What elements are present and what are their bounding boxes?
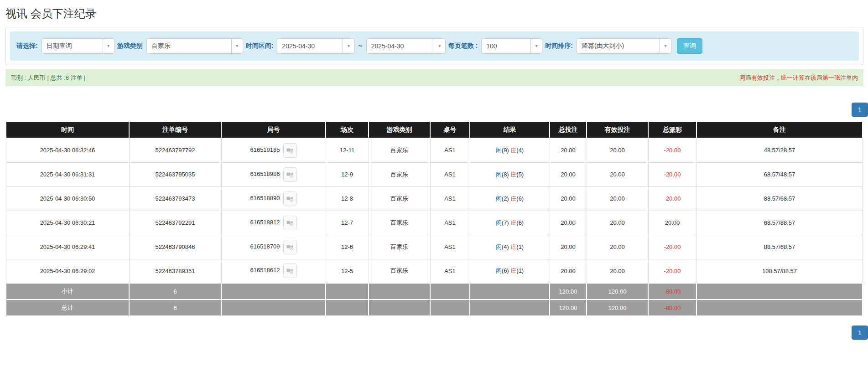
result-banker: 庄 (510, 243, 516, 250)
remark-cell: 88.57/68.57 (696, 235, 863, 259)
subtotal-row: 小计 6 120.00 120.00 -80.00 (6, 283, 863, 300)
valid-bet-cell: 20.00 (587, 211, 648, 235)
table-no-cell: AS1 (430, 186, 470, 211)
table-row: 2025-04-30 06:29:02 522463789351 6165186… (6, 259, 863, 283)
result-player: 闲 (496, 219, 502, 226)
empty-cell (470, 300, 550, 316)
total-count: 6 (129, 300, 221, 316)
subtotal-label: 小计 (6, 283, 129, 300)
date-range-label: 时间区间: (246, 42, 274, 50)
video-replay-button[interactable] (283, 167, 297, 182)
round-no-cell: 616519185 (221, 138, 326, 162)
game-type-cell: 百家乐 (369, 235, 430, 259)
col-header-result: 结果 (470, 121, 550, 138)
subtotal-payout: -80.00 (648, 283, 696, 300)
table-row: 2025-04-30 06:32:46 522463797792 6165191… (6, 138, 863, 162)
table-no-cell: AS1 (430, 138, 470, 162)
total-bet-cell[interactable]: 20.00 (550, 259, 587, 283)
query-type-select[interactable]: 日期查询 ▼ (42, 38, 114, 54)
total-label: 总计 (6, 300, 129, 316)
table-row: 2025-04-30 06:30:50 522463793473 6165188… (6, 186, 863, 211)
empty-cell (430, 300, 470, 316)
game-type-label: 游戏类别 (117, 42, 143, 50)
bet-no-cell: 522463790846 (129, 235, 221, 259)
payout-cell: -20.00 (648, 259, 696, 283)
remark-cell: 108.57/88.57 (696, 259, 863, 283)
empty-cell (369, 300, 430, 316)
empty-cell (326, 300, 369, 316)
table-no-cell: AS1 (430, 235, 470, 259)
payout-cell: -20.00 (648, 186, 696, 211)
chevron-down-icon: ▼ (231, 39, 243, 53)
table-row: 2025-04-30 06:29:41 522463790846 6165187… (6, 235, 863, 259)
empty-cell (221, 283, 326, 300)
time-sort-select[interactable]: 降冪(由大到小) ▼ (577, 38, 671, 54)
time-cell: 2025-04-30 06:30:50 (6, 186, 129, 211)
chevron-down-icon: ▼ (103, 39, 114, 53)
result-player: 闲 (496, 243, 502, 250)
total-bet-cell[interactable]: 20.00 (550, 235, 587, 259)
date-to-select[interactable]: 2025-04-30 ▼ (366, 38, 446, 54)
payout-cell: -20.00 (648, 162, 696, 186)
col-header-round-no: 局号 (221, 121, 326, 138)
video-replay-button[interactable] (283, 191, 297, 206)
result-banker: 庄 (510, 219, 516, 226)
page-title: 视讯 会员下注纪录 (5, 0, 863, 21)
filter-panel: 请选择: 日期查询 ▼ 游戏类别 百家乐 ▼ 时间区间: 2025-04-30 … (5, 27, 863, 65)
currency-total-text: 币别 : 人民币 | 总共 :6 注单 | (11, 74, 86, 82)
empty-cell (696, 300, 863, 316)
result-player: 闲 (496, 147, 502, 154)
page-size-select[interactable]: 100 ▼ (481, 38, 542, 54)
page-1-button[interactable]: 1 (852, 326, 868, 340)
game-type-select[interactable]: 百家乐 ▼ (146, 38, 243, 54)
result-banker: 庄 (510, 147, 516, 154)
date-range-tilde: ~ (358, 42, 362, 50)
video-replay-button[interactable] (283, 143, 297, 158)
col-header-payout: 总派彩 (648, 121, 696, 138)
date-from-select[interactable]: 2025-04-30 ▼ (277, 38, 354, 54)
total-bet-cell[interactable]: 20.00 (550, 138, 587, 162)
total-total-bet: 120.00 (550, 300, 587, 316)
total-valid-bet: 120.00 (587, 300, 648, 316)
valid-bet-cell: 20.00 (587, 259, 648, 283)
session-cell: 12-6 (326, 235, 369, 259)
pagination-top: 1 (5, 103, 863, 117)
chevron-down-icon: ▼ (660, 39, 671, 53)
total-bet-cell[interactable]: 20.00 (550, 186, 587, 211)
game-type-cell: 百家乐 (369, 138, 430, 162)
empty-cell (326, 283, 369, 300)
total-bet-cell[interactable]: 20.00 (550, 162, 587, 186)
col-header-valid-bet: 有效投注 (587, 121, 648, 138)
video-replay-button[interactable] (283, 240, 297, 254)
time-cell: 2025-04-30 06:30:21 (6, 211, 129, 235)
game-type-cell: 百家乐 (369, 211, 430, 235)
valid-bet-cell: 20.00 (587, 186, 648, 211)
result-cell: 闲(9) 庄(4) (470, 138, 550, 162)
select-type-label: 请选择: (16, 42, 38, 50)
col-header-total-bet: 总投注 (550, 121, 587, 138)
page-1-button[interactable]: 1 (852, 103, 868, 117)
valid-bet-cell: 20.00 (587, 162, 648, 186)
chevron-down-icon: ▼ (530, 39, 542, 53)
result-player: 闲 (496, 171, 502, 178)
col-header-session: 场次 (326, 121, 369, 138)
col-header-bet-no: 注单编号 (129, 121, 221, 138)
time-cell: 2025-04-30 06:32:46 (6, 138, 129, 162)
bet-no-cell: 522463793473 (129, 186, 221, 211)
subtotal-count: 6 (129, 283, 221, 300)
pagination-bottom: 1 (5, 326, 863, 340)
table-row: 2025-04-30 06:30:21 522463792291 6165188… (6, 211, 863, 235)
video-replay-button[interactable] (283, 264, 297, 278)
time-cell: 2025-04-30 06:29:41 (6, 235, 129, 259)
result-cell: 闲(4) 庄(1) (470, 235, 550, 259)
total-bet-cell[interactable]: 20.00 (550, 211, 587, 235)
table-row: 2025-04-30 06:31:31 522463795035 6165189… (6, 162, 863, 186)
time-cell: 2025-04-30 06:31:31 (6, 162, 129, 186)
search-button[interactable]: 查询 (677, 38, 702, 54)
subtotal-total-bet: 120.00 (550, 283, 587, 300)
payout-cell: -20.00 (648, 235, 696, 259)
game-type-cell: 百家乐 (369, 186, 430, 211)
time-sort-label: 时间排序: (545, 42, 573, 50)
page-size-label: 每页笔数 : (448, 42, 478, 50)
video-replay-button[interactable] (283, 216, 297, 230)
